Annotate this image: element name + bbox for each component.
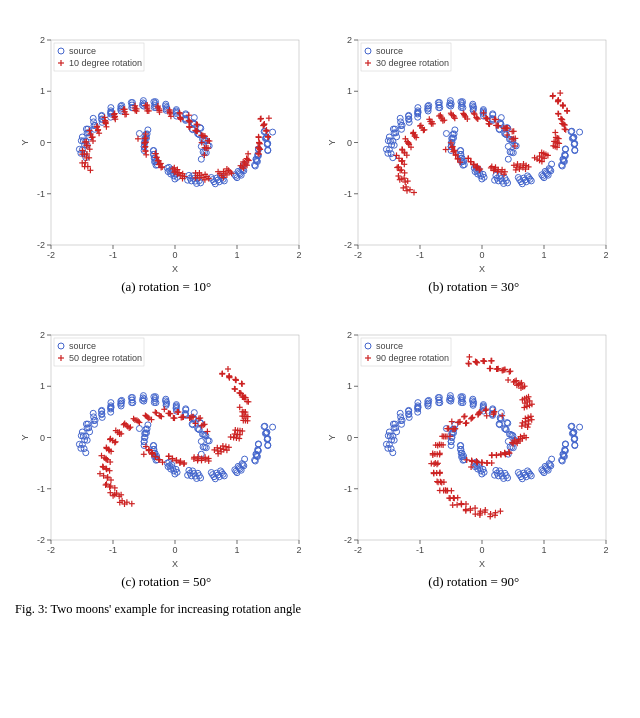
- svg-text:0: 0: [40, 433, 45, 443]
- svg-text:1: 1: [40, 381, 45, 391]
- svg-text:2: 2: [604, 250, 609, 260]
- svg-text:0: 0: [40, 138, 45, 148]
- svg-text:2: 2: [296, 545, 301, 555]
- plot-canvas-d: -2-1012-2-1012XYsource90 degree rotation: [326, 305, 621, 570]
- svg-text:0: 0: [172, 545, 177, 555]
- svg-text:Y: Y: [20, 434, 30, 440]
- svg-text:0: 0: [172, 250, 177, 260]
- plot-grid: -2-1012-2-1012XYsource10 degree rotation…: [15, 10, 625, 590]
- svg-text:1: 1: [234, 250, 239, 260]
- plot-cell-d: -2-1012-2-1012XYsource90 degree rotation…: [323, 305, 626, 590]
- svg-text:source: source: [69, 341, 96, 351]
- svg-text:1: 1: [542, 545, 547, 555]
- svg-text:90 degree rotation: 90 degree rotation: [376, 353, 449, 363]
- svg-text:-2: -2: [47, 250, 55, 260]
- svg-text:2: 2: [40, 330, 45, 340]
- plot-canvas-a: -2-1012-2-1012XYsource10 degree rotation: [19, 10, 314, 275]
- svg-text:X: X: [172, 264, 178, 274]
- plot-cell-a: -2-1012-2-1012XYsource10 degree rotation…: [15, 10, 318, 295]
- svg-text:-1: -1: [344, 484, 352, 494]
- svg-text:X: X: [479, 264, 485, 274]
- svg-text:50 degree rotation: 50 degree rotation: [69, 353, 142, 363]
- svg-text:-2: -2: [354, 250, 362, 260]
- caption-b: (b) rotation = 30°: [428, 279, 519, 295]
- svg-text:-2: -2: [344, 240, 352, 250]
- svg-text:-1: -1: [37, 189, 45, 199]
- svg-text:source: source: [376, 46, 403, 56]
- svg-text:-2: -2: [47, 545, 55, 555]
- svg-text:-1: -1: [109, 545, 117, 555]
- svg-text:Y: Y: [327, 139, 337, 145]
- svg-text:1: 1: [347, 86, 352, 96]
- plot-canvas-c: -2-1012-2-1012XYsource50 degree rotation: [19, 305, 314, 570]
- svg-text:-2: -2: [37, 240, 45, 250]
- svg-text:1: 1: [40, 86, 45, 96]
- svg-text:Y: Y: [327, 434, 337, 440]
- caption-c: (c) rotation = 50°: [121, 574, 211, 590]
- svg-text:2: 2: [296, 250, 301, 260]
- svg-text:2: 2: [604, 545, 609, 555]
- svg-text:X: X: [172, 559, 178, 569]
- plot-cell-b: -2-1012-2-1012XYsource30 degree rotation…: [323, 10, 626, 295]
- svg-text:2: 2: [347, 330, 352, 340]
- svg-text:-1: -1: [109, 250, 117, 260]
- svg-text:-2: -2: [344, 535, 352, 545]
- svg-text:0: 0: [347, 433, 352, 443]
- svg-text:0: 0: [480, 545, 485, 555]
- svg-text:10 degree rotation: 10 degree rotation: [69, 58, 142, 68]
- svg-text:-1: -1: [416, 545, 424, 555]
- svg-text:1: 1: [542, 250, 547, 260]
- svg-text:0: 0: [480, 250, 485, 260]
- plot-cell-c: -2-1012-2-1012XYsource50 degree rotation…: [15, 305, 318, 590]
- svg-text:0: 0: [347, 138, 352, 148]
- svg-text:-2: -2: [37, 535, 45, 545]
- caption-a: (a) rotation = 10°: [121, 279, 211, 295]
- svg-text:Y: Y: [20, 139, 30, 145]
- svg-text:2: 2: [40, 35, 45, 45]
- svg-text:2: 2: [347, 35, 352, 45]
- svg-text:-1: -1: [416, 250, 424, 260]
- figure-caption: Fig. 3: Two moons' example for increasin…: [15, 600, 625, 619]
- svg-text:30 degree rotation: 30 degree rotation: [376, 58, 449, 68]
- svg-text:1: 1: [347, 381, 352, 391]
- svg-text:1: 1: [234, 545, 239, 555]
- svg-text:-1: -1: [37, 484, 45, 494]
- caption-d: (d) rotation = 90°: [428, 574, 519, 590]
- svg-text:-1: -1: [344, 189, 352, 199]
- svg-text:source: source: [69, 46, 96, 56]
- svg-text:source: source: [376, 341, 403, 351]
- plot-canvas-b: -2-1012-2-1012XYsource30 degree rotation: [326, 10, 621, 275]
- svg-text:X: X: [479, 559, 485, 569]
- svg-text:-2: -2: [354, 545, 362, 555]
- page: -2-1012-2-1012XYsource10 degree rotation…: [0, 0, 640, 629]
